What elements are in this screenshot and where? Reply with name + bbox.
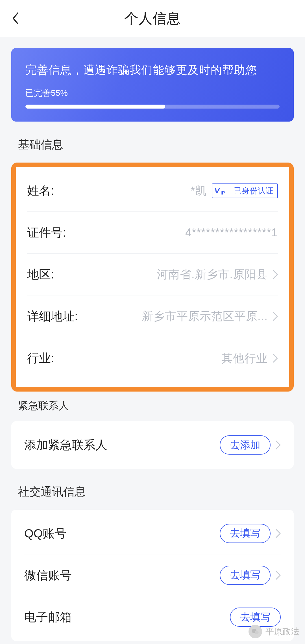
row-email[interactable]: 电子邮箱 去填写: [24, 596, 281, 638]
row-add-emergency-contact[interactable]: 添加紧急联系人 去添加: [24, 424, 281, 466]
completion-banner: 完善信息，遭遇诈骗我们能够更及时的帮助您 已完善55%: [11, 48, 294, 122]
header-bar: 个人信息: [0, 0, 305, 37]
id-value: 4*****************1: [185, 226, 278, 239]
id-label: 证件号:: [27, 225, 66, 241]
verified-badge: V IP 已身份认证: [212, 183, 278, 198]
name-value: *凯: [190, 183, 207, 198]
qq-fill-button[interactable]: 去填写: [220, 524, 271, 543]
wechat-icon: [249, 625, 262, 638]
emergency-contact-card: 添加紧急联系人 去添加: [11, 421, 294, 469]
industry-value: 其他行业: [221, 351, 268, 366]
progress-fill: [25, 105, 165, 109]
email-fill-button[interactable]: 去填写: [230, 608, 281, 627]
name-label: 姓名:: [27, 183, 54, 199]
verified-text: 已身份认证: [230, 184, 277, 198]
vip-icon: V IP: [212, 184, 230, 198]
watermark: 平原政法: [249, 625, 299, 638]
wechat-label: 微信账号: [24, 567, 72, 583]
row-industry[interactable]: 行业: 其他行业: [27, 337, 278, 379]
section-title-social: 社交通讯信息: [11, 469, 294, 510]
add-contact-button[interactable]: 去添加: [220, 435, 271, 455]
chevron-right-icon: [276, 571, 281, 580]
basic-info-card: 姓名: *凯 V IP 已身份认证 证件号: 4****************…: [11, 163, 294, 392]
svg-text:V: V: [214, 186, 220, 195]
social-info-card: QQ账号 去填写 微信账号 去填写 电子邮箱 去填写: [11, 510, 294, 641]
row-name: 姓名: *凯 V IP 已身份认证: [27, 170, 278, 212]
banner-subtitle: 已完善55%: [25, 87, 280, 99]
chevron-right-icon: [276, 440, 281, 449]
section-title-emergency: 紧急联系人: [11, 392, 294, 421]
region-value: 河南省.新乡市.原阳县: [157, 267, 268, 282]
svg-point-3: [255, 631, 259, 634]
watermark-text: 平原政法: [265, 626, 299, 637]
row-region[interactable]: 地区: 河南省.新乡市.原阳县: [27, 254, 278, 295]
qq-label: QQ账号: [24, 526, 66, 541]
progress-bar: [25, 105, 280, 109]
row-id: 证件号: 4*****************1: [27, 212, 278, 254]
chevron-right-icon: [273, 354, 278, 363]
chevron-right-icon: [276, 529, 281, 538]
industry-label: 行业:: [27, 350, 54, 366]
chevron-right-icon: [273, 270, 278, 279]
page-title: 个人信息: [124, 9, 181, 28]
add-contact-label: 添加紧急联系人: [24, 437, 107, 453]
section-title-basic: 基础信息: [11, 122, 294, 163]
chevron-right-icon: [273, 312, 278, 321]
row-address[interactable]: 详细地址: 新乡市平原示范区平原...: [27, 295, 278, 337]
chevron-left-icon: [12, 12, 19, 24]
banner-title: 完善信息，遭遇诈骗我们能够更及时的帮助您: [25, 62, 280, 78]
row-qq[interactable]: QQ账号 去填写: [24, 513, 281, 554]
address-label: 详细地址:: [27, 308, 78, 324]
email-label: 电子邮箱: [24, 609, 72, 625]
region-label: 地区:: [27, 267, 54, 282]
address-value: 新乡市平原示范区平原...: [142, 308, 268, 324]
row-wechat[interactable]: 微信账号 去填写: [24, 554, 281, 596]
wechat-fill-button[interactable]: 去填写: [220, 566, 271, 585]
svg-text:IP: IP: [221, 191, 225, 195]
back-button[interactable]: [11, 11, 20, 25]
